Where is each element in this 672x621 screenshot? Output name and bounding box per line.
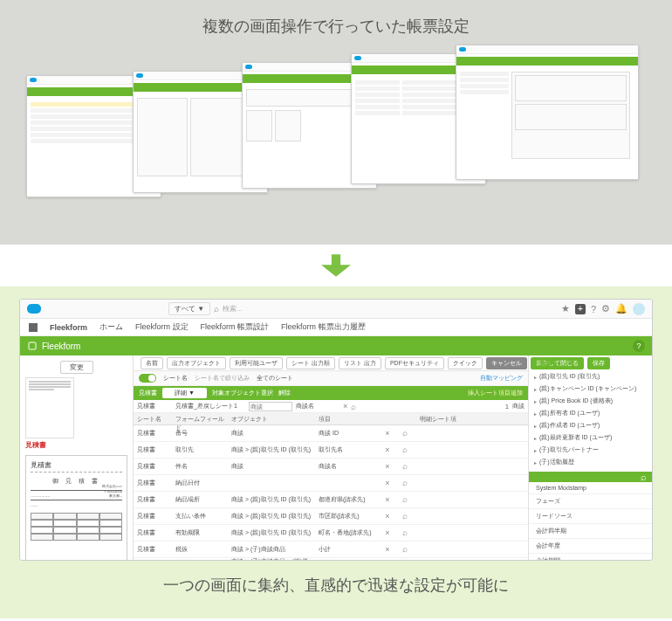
search-row-icon[interactable]: ⌕ xyxy=(394,542,416,555)
template-name: 見積書 xyxy=(25,440,127,450)
add-sheet-item-link[interactable]: 挿入シート項目追加 xyxy=(468,389,523,397)
clear-row-icon[interactable]: × xyxy=(381,477,394,489)
center-panel: 名前 出力オブジェクト 利用可能ユーザ シート 出力順 リスト 出力 PDFセキ… xyxy=(134,355,528,561)
sheet-filter-bar: シート名 シート名で絞り込み 全てのシート 自動マッピング xyxy=(134,371,528,386)
filter-row: 見積書 見積書_差戻しシート1 商談名 × ⌕ 1 商談 xyxy=(134,400,528,413)
nav-settings[interactable]: Fleekform 設定 xyxy=(135,321,189,333)
search-icon-2[interactable]: ⌕ xyxy=(351,402,356,411)
salesforce-cloud-icon xyxy=(27,304,41,314)
clear-row-icon[interactable]: × xyxy=(381,543,394,555)
list-item[interactable]: リードソース xyxy=(529,509,652,524)
change-button[interactable]: 変更 xyxy=(60,361,93,374)
table-row[interactable]: 見積書納品場所商談 > (親)取引先 ID (取引先)都道府県(請求先)×⌕ xyxy=(134,492,528,508)
filter-input-1[interactable] xyxy=(249,402,292,411)
search-row-icon[interactable]: ⌕ xyxy=(394,426,416,439)
search-icon: ⌕ xyxy=(214,304,219,314)
list-item[interactable]: 会計四半期 xyxy=(529,524,652,539)
avatar-icon[interactable] xyxy=(633,303,645,315)
clear-icon[interactable]: × xyxy=(343,402,347,411)
users-button[interactable]: 利用可能ユーザ xyxy=(230,357,283,369)
table-row[interactable]: 見積書金額商談 > (子)商談商品 > (親)価格表エントリ ID商品コード×⌕ xyxy=(134,558,528,561)
search-row-icon[interactable]: ⌕ xyxy=(394,443,416,456)
pdf-security-button[interactable]: PDFセキュリティ xyxy=(385,357,444,369)
list-output-button[interactable]: リスト 出力 xyxy=(339,357,381,369)
table-row[interactable]: 見積書取引先商談 > (親)取引先 ID (取引先)取引先名×⌕ xyxy=(134,442,528,459)
search-row-icon[interactable]: ⌕ xyxy=(394,526,416,539)
sheet-toggle[interactable] xyxy=(139,374,156,383)
search-row-icon[interactable]: ⌕ xyxy=(394,493,416,506)
left-panel: 変更 見積書 見積書 御 見 積 書 ................ ....… xyxy=(20,355,134,561)
list-item[interactable]: 会計期間 xyxy=(529,554,652,561)
search-row-icon[interactable]: ⌕ xyxy=(394,476,416,489)
list-item[interactable]: フェーズ xyxy=(529,494,652,509)
multi-screenshots: + xyxy=(19,49,653,232)
search-row-icon[interactable]: ⌕ xyxy=(394,509,416,522)
clear-row-icon[interactable]: × xyxy=(381,527,394,539)
search-input[interactable]: 検索... xyxy=(223,304,243,314)
search-row-icon[interactable]: ⌕ xyxy=(394,559,416,561)
settings-gear-icon[interactable]: ⚙ xyxy=(601,303,610,314)
clear-row-icon[interactable]: × xyxy=(381,510,394,522)
clear-row-icon[interactable]: × xyxy=(381,460,394,473)
app-launcher-icon[interactable]: + xyxy=(575,304,586,314)
template-thumbnail[interactable] xyxy=(25,377,74,438)
right-panel: ▾ 商談 (親)取引先 ID (取引先)(親)キャンペーン ID (キャンペーン… xyxy=(528,355,652,561)
app-title: Fleekform xyxy=(50,323,87,332)
clear-row-icon[interactable]: × xyxy=(381,427,394,439)
tree-item[interactable]: (親) Price Book ID (価格表) xyxy=(534,395,647,407)
app-logo-icon xyxy=(29,323,38,332)
tree-item[interactable]: (子)取引先パートナー xyxy=(534,444,647,456)
bottom-heading: 一つの画面に集約、直感的で迅速な設定が可能に xyxy=(19,561,653,599)
nav-history[interactable]: Fleekform 帳票出力履歴 xyxy=(281,321,366,333)
salesforce-header: すべて ▼ ⌕ 検索... ★ + ? ⚙ 🔔 xyxy=(20,300,652,319)
tree-item[interactable]: (親)取引先 ID (取引先) xyxy=(534,370,647,383)
help-icon[interactable]: ? xyxy=(591,304,596,314)
table-row[interactable]: 見積書納品日付×⌕ xyxy=(134,475,528,492)
right-search-bar: ⌕ xyxy=(529,472,652,482)
clear-row-icon[interactable]: × xyxy=(381,560,394,561)
output-object-button[interactable]: 出力オブジェクト xyxy=(167,357,226,369)
nav-design[interactable]: Fleekform 帳票設計 xyxy=(201,321,270,333)
tree-item[interactable]: (親)最終更新者 ID (ユーザ) xyxy=(534,431,647,444)
detail-select[interactable]: 詳細 ▼ xyxy=(162,388,207,398)
sheet-order-button[interactable]: シート 出力順 xyxy=(286,357,335,369)
list-item[interactable]: System Modstamp xyxy=(529,482,652,494)
table-row[interactable]: 見積書番号商談商談 ID×⌕ xyxy=(134,425,528,442)
help-badge-icon[interactable]: ? xyxy=(633,340,645,352)
clear-row-icon[interactable]: × xyxy=(381,493,394,506)
svg-rect-1 xyxy=(29,342,36,349)
tree-item[interactable]: (親)キャンペーン ID (キャンペーン) xyxy=(534,383,647,395)
app-nav-tabs: Fleekform ホーム Fleekform 設定 Fleekform 帳票設… xyxy=(20,319,652,336)
search-row-icon[interactable]: ⌕ xyxy=(394,459,416,473)
tree-item[interactable]: (親)作成者 ID (ユーザ) xyxy=(534,419,647,431)
name-button[interactable]: 名前 xyxy=(141,357,163,369)
document-preview: 見積書 御 見 積 書 ................ ...... 株式会社… xyxy=(25,455,127,561)
notification-bell-icon[interactable]: 🔔 xyxy=(615,303,627,314)
column-headers: シート名 フォームフィールド オブジェクト 項目 明細シート項 xyxy=(134,413,528,425)
quick-button[interactable]: クイック xyxy=(448,357,483,369)
auto-mapping-link[interactable]: 自動マッピング xyxy=(480,374,523,383)
table-row[interactable]: 見積書件名商談商談名×⌕ xyxy=(134,459,528,475)
clear-row-icon[interactable]: × xyxy=(381,444,394,456)
nav-home[interactable]: ホーム xyxy=(99,321,123,333)
tree-header: ▾ 商談 xyxy=(534,359,647,368)
table-row[interactable]: 見積書有効期限商談 > (親)取引先 ID (取引先)町名・番地(請求先)×⌕ xyxy=(134,525,528,542)
toolbar: 名前 出力オブジェクト 利用可能ユーザ シート 出力順 リスト 出力 PDFセキ… xyxy=(134,355,528,371)
search-icon-3[interactable]: ⌕ xyxy=(641,472,647,482)
list-item[interactable]: 会計年度 xyxy=(529,539,652,554)
search-scope-select[interactable]: すべて ▼ xyxy=(168,302,210,315)
favorite-icon[interactable]: ★ xyxy=(561,303,570,314)
table-row[interactable]: 見積書税抜商談 > (子)商談商品小計×⌕ xyxy=(134,542,528,558)
mapping-table: 見積書番号商談商談 ID×⌕見積書取引先商談 > (親)取引先 ID (取引先)… xyxy=(134,425,528,561)
top-heading: 複数の画面操作で行っていた帳票設定 xyxy=(19,16,653,37)
tree-item[interactable]: (子)活動履歴 xyxy=(534,456,647,468)
svg-marker-0 xyxy=(321,254,351,277)
arrow-down-icon xyxy=(0,245,672,286)
main-app-window: すべて ▼ ⌕ 検索... ★ + ? ⚙ 🔔 Fleekform ホーム Fl… xyxy=(19,299,653,561)
field-list: System Modstampフェーズリードソース会計四半期会計年度会計期間 xyxy=(529,482,652,561)
tree-item[interactable]: (親)所有者 ID (ユーザ) xyxy=(534,407,647,419)
fleekform-bar: Fleekform ? xyxy=(20,336,652,355)
cancel-button[interactable]: キャンセル xyxy=(486,357,527,369)
table-row[interactable]: 見積書支払い条件商談 > (親)取引先 ID (取引先)市区郡(請求先)×⌕ xyxy=(134,508,528,525)
object-header-row: 見積書 詳細 ▼ 対象オブジェクト選択 解除 挿入シート項目追加 xyxy=(134,386,528,400)
